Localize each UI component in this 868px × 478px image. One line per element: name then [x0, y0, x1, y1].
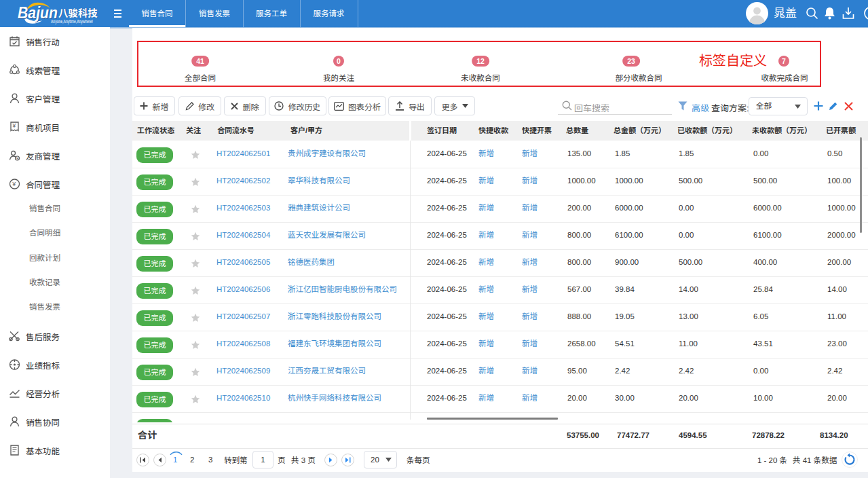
- svg-text:八骏科技: 八骏科技: [58, 7, 98, 19]
- svg-text:Anyone,Anytime,Anywhere!: Anyone,Anytime,Anywhere!: [51, 19, 93, 24]
- svg-text:¥: ¥: [12, 181, 16, 187]
- svg-text:¥: ¥: [12, 122, 16, 129]
